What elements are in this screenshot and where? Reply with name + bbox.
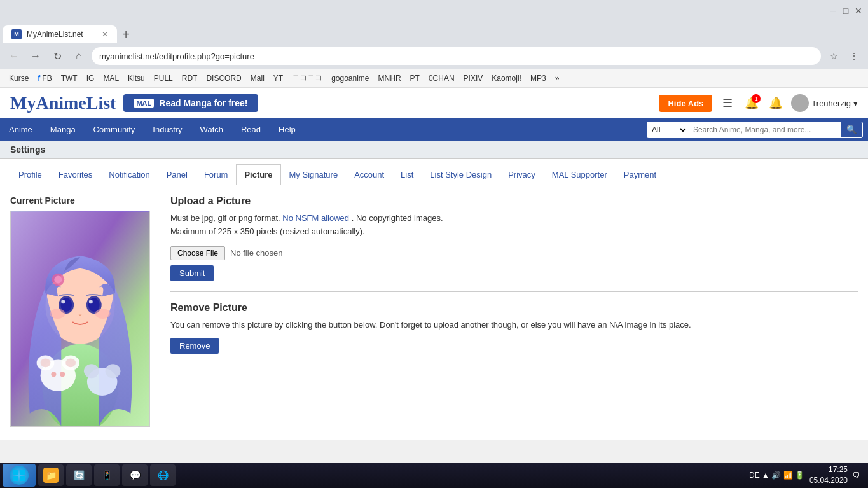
back-button[interactable]: ← <box>5 47 23 65</box>
mal-nav: Anime Manga Community Industry Watch Rea… <box>0 118 868 141</box>
svg-point-20 <box>84 364 99 378</box>
taskbar-app-2[interactable]: 🔄 <box>66 464 92 486</box>
tab-mal-supporter[interactable]: MAL Supporter <box>544 164 616 185</box>
bookmark-mp3[interactable]: MP3 <box>527 73 550 84</box>
tab-profile[interactable]: Profile <box>10 164 50 185</box>
tab-list[interactable]: List <box>392 164 422 185</box>
bookmark-ig[interactable]: IG <box>83 73 99 84</box>
svg-rect-24 <box>13 470 18 475</box>
svg-point-16 <box>60 372 65 377</box>
bell-icon[interactable]: 🔔 <box>767 94 785 112</box>
bookmark-kaomoji[interactable]: Kaomoji! <box>488 73 525 84</box>
header-right: Hide Ads ☰ 🔔 1 🔔 Treuherzig ▾ <box>659 94 858 112</box>
bookmark-kitsu[interactable]: Kitsu <box>124 73 149 84</box>
taskbar-right: DE ▲ 🔊 📶 🔋 17:25 05.04.2020 🗨 <box>749 464 865 486</box>
reload-button[interactable]: ↻ <box>48 47 66 65</box>
remove-section: Remove Picture You can remove this pictu… <box>170 302 858 354</box>
mal-ad-banner[interactable]: MAL Read Manga for free! <box>123 94 258 112</box>
bookmark-icon[interactable]: ☆ <box>825 47 843 65</box>
list-icon[interactable]: ☰ <box>719 94 736 112</box>
close-button[interactable]: ✕ <box>854 6 863 15</box>
upload-section: Upload a Picture Must be jpg, gif or png… <box>170 195 858 427</box>
bookmark-pull[interactable]: PULL <box>150 73 177 84</box>
mal-logo[interactable]: MyAnimeList <box>10 93 116 113</box>
bookmark-yt[interactable]: YT <box>270 73 287 84</box>
settings-bar: Settings <box>0 141 868 159</box>
tab-privacy[interactable]: Privacy <box>500 164 544 185</box>
tab-forum[interactable]: Forum <box>196 164 237 185</box>
tab-list-style-design[interactable]: List Style Design <box>422 164 500 185</box>
start-button[interactable] <box>3 464 36 487</box>
notification-icon[interactable]: 🔔 1 <box>743 94 761 112</box>
svg-point-18 <box>65 358 76 367</box>
bookmark-twt[interactable]: TWT <box>57 73 81 84</box>
svg-rect-27 <box>20 476 25 481</box>
profile-image-svg <box>11 211 149 426</box>
clock-time: 17:25 <box>809 464 848 475</box>
nsfw-link[interactable]: No NSFM allowed <box>282 213 349 223</box>
bookmark-more[interactable]: » <box>551 73 563 84</box>
taskbar-viber[interactable]: 📱 <box>94 464 120 486</box>
maximize-button[interactable]: □ <box>841 6 850 15</box>
nav-help[interactable]: Help <box>270 118 305 141</box>
rule-line1-end: . No copyrighted images. <box>352 213 443 223</box>
search-input[interactable] <box>688 122 841 138</box>
tab-favicon: M <box>11 29 22 39</box>
tab-notification[interactable]: Notification <box>100 164 158 185</box>
tab-picture[interactable]: Picture <box>236 164 280 185</box>
ad-text: Read Manga for free! <box>159 98 247 108</box>
bookmark-mal[interactable]: MAL <box>99 73 123 84</box>
tab-payment[interactable]: Payment <box>616 164 665 185</box>
bookmark-niconico[interactable]: ニコニコ <box>288 71 326 85</box>
tab-favorites[interactable]: Favorites <box>50 164 100 185</box>
nav-watch[interactable]: Watch <box>191 118 232 141</box>
taskbar-chrome[interactable]: 🌐 <box>150 464 176 486</box>
bookmark-mail[interactable]: Mail <box>247 73 268 84</box>
bookmark-pt[interactable]: PT <box>406 73 424 84</box>
nav-anime[interactable]: Anime <box>0 118 41 141</box>
search-button[interactable]: 🔍 <box>841 122 863 138</box>
tab-account[interactable]: Account <box>346 164 392 185</box>
system-tray: DE ▲ 🔊 📶 🔋 <box>749 471 804 480</box>
settings-icon[interactable]: ⋮ <box>845 47 863 65</box>
svg-point-11 <box>95 309 111 319</box>
settings-label: Settings <box>10 144 45 155</box>
home-button[interactable]: ⌂ <box>70 47 88 65</box>
tab-close-button[interactable]: ✕ <box>102 30 108 39</box>
minimize-button[interactable]: ─ <box>829 6 837 15</box>
choose-file-button[interactable]: Choose File <box>170 246 225 260</box>
bookmark-discord[interactable]: DISCORD <box>202 73 245 84</box>
taskbar-file-explorer[interactable]: 📁 <box>38 464 64 486</box>
tab-panel[interactable]: Panel <box>158 164 196 185</box>
nav-read[interactable]: Read <box>232 118 270 141</box>
submit-button[interactable]: Submit <box>170 265 214 281</box>
svg-point-15 <box>51 372 56 377</box>
remove-button[interactable]: Remove <box>170 338 219 354</box>
bookmark-pixiv[interactable]: PIXIV <box>460 73 487 84</box>
notification-badge: 1 <box>752 94 761 103</box>
svg-point-10 <box>50 309 65 319</box>
address-input[interactable] <box>92 47 821 65</box>
tab-my-signature[interactable]: My Signature <box>281 164 347 185</box>
bookmark-rdt[interactable]: RDT <box>178 73 202 84</box>
forward-button[interactable]: → <box>27 47 45 65</box>
file-chosen-label: No file chosen <box>230 248 282 258</box>
taskbar-discord[interactable]: 💬 <box>122 464 148 486</box>
user-menu[interactable]: Treuherzig ▾ <box>791 94 858 112</box>
current-picture-section: Current Picture <box>10 195 150 427</box>
bookmark-gogoanime[interactable]: gogoanime <box>327 73 373 84</box>
bookmark-mnhr[interactable]: MNHR <box>375 73 405 84</box>
hide-ads-button[interactable]: Hide Ads <box>659 95 712 112</box>
bookmark-0chan[interactable]: 0CHAN <box>425 73 458 84</box>
nav-community[interactable]: Community <box>85 118 144 141</box>
bookmark-kurse[interactable]: Kurse <box>5 73 32 84</box>
active-tab[interactable]: M MyAnimeList.net ✕ <box>3 25 117 43</box>
nav-industry[interactable]: Industry <box>144 118 191 141</box>
notification-area-icon: 🗨 <box>853 471 860 480</box>
upload-rules: Must be jpg, gif or png format. No NSFM … <box>170 212 858 239</box>
nav-manga[interactable]: Manga <box>41 118 85 141</box>
search-category-select[interactable]: All Anime Manga <box>647 122 688 138</box>
new-tab-button[interactable]: + <box>117 25 135 43</box>
bookmark-fb[interactable]: f FB <box>34 73 55 84</box>
taskbar: 📁 🔄 📱 💬 🌐 DE ▲ 🔊 📶 🔋 17:25 05.04.2020 🗨 <box>0 463 868 488</box>
